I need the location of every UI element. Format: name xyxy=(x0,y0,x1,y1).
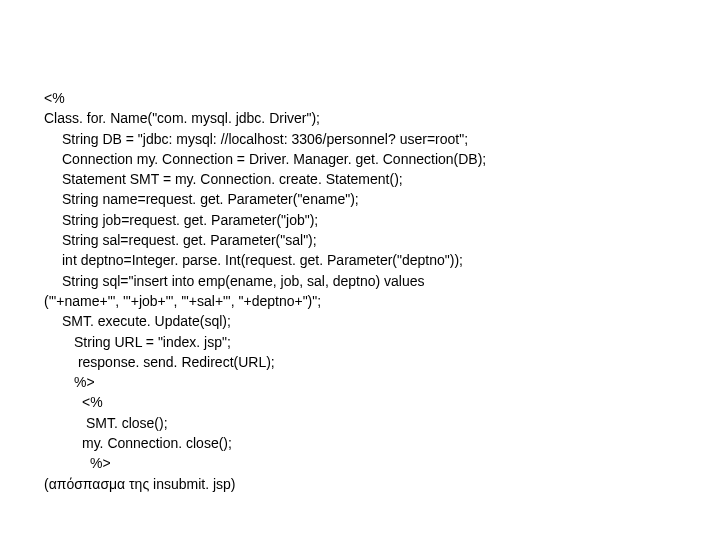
code-line: Statement SMT = my. Connection. create. … xyxy=(44,169,680,189)
code-line: String name=request. get. Parameter("ena… xyxy=(44,189,680,209)
code-line: Class. for. Name("com. mysql. jdbc. Driv… xyxy=(44,108,680,128)
code-line: <% xyxy=(44,392,680,412)
code-line: String DB = "jdbc: mysql: //localhost: 3… xyxy=(44,129,680,149)
code-line: %> xyxy=(44,372,680,392)
slide-content: <% Class. for. Name("com. mysql. jdbc. D… xyxy=(0,0,720,540)
code-line: my. Connection. close(); xyxy=(44,433,680,453)
code-line: SMT. execute. Update(sql); xyxy=(44,311,680,331)
code-line: String URL = "index. jsp"; xyxy=(44,332,680,352)
code-line: %> xyxy=(44,453,680,473)
code-line: SMT. close(); xyxy=(44,413,680,433)
code-line: Connection my. Connection = Driver. Mana… xyxy=(44,149,680,169)
caption-line: (απόσπασμα της insubmit. jsp) xyxy=(44,474,680,494)
code-line: String sql="insert into emp(ename, job, … xyxy=(44,271,680,291)
code-line: String job=request. get. Parameter("job"… xyxy=(44,210,680,230)
code-line: <% xyxy=(44,88,680,108)
code-line: int deptno=Integer. parse. Int(request. … xyxy=(44,250,680,270)
code-line: response. send. Redirect(URL); xyxy=(44,352,680,372)
code-line: ('"+name+"', '"+job+"', '"+sal+"', "+dep… xyxy=(44,291,680,311)
code-line: String sal=request. get. Parameter("sal"… xyxy=(44,230,680,250)
